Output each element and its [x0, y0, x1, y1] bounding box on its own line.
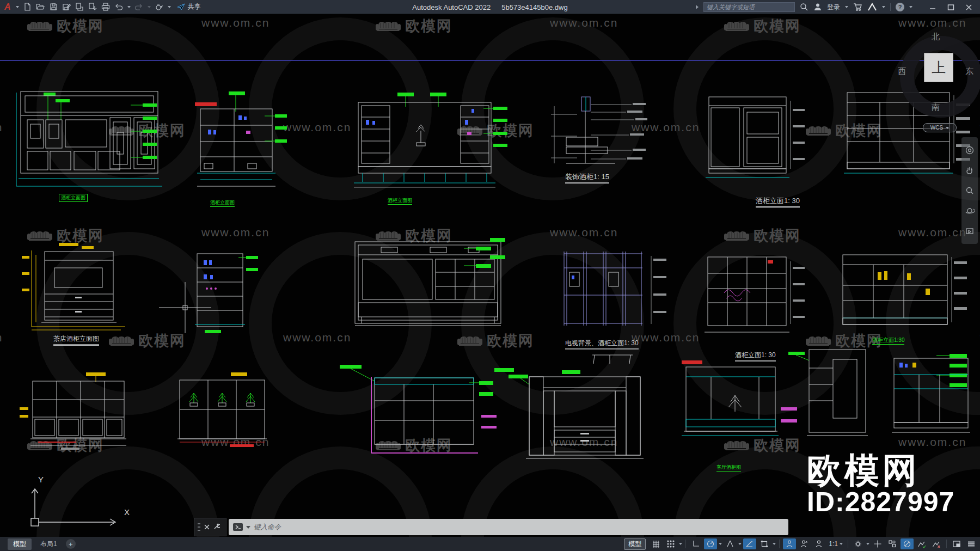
autodesk-logo-icon[interactable] — [867, 3, 877, 11]
graphics-warning-icon[interactable] — [930, 538, 943, 549]
save-icon[interactable] — [49, 2, 58, 11]
cad-elevation-7[interactable] — [22, 243, 125, 330]
cad-elevation-15[interactable] — [340, 365, 497, 453]
share-button[interactable]: 共享 — [177, 2, 201, 11]
autocad-app-menu-icon[interactable]: A — [3, 2, 12, 12]
compass-east[interactable]: 东 — [965, 66, 973, 77]
object-snap-tracking-toggle-icon[interactable] — [743, 538, 756, 549]
command-placeholder: 键入命令 — [254, 523, 281, 532]
qat-more-caret-icon[interactable] — [168, 6, 171, 8]
compass-north[interactable]: 北 — [932, 32, 940, 42]
model-space-canvas[interactable]: 欧模网www.om.cn欧模网www.om.cn欧模网www.om.cn欧模网w… — [0, 14, 980, 537]
cad-elevation-16[interactable] — [494, 368, 644, 458]
redo-caret-icon[interactable] — [148, 6, 151, 8]
showmotion-icon[interactable] — [965, 226, 975, 236]
maximize-button[interactable] — [947, 4, 954, 11]
undo-icon[interactable] — [114, 2, 124, 11]
tab-layout1[interactable]: 布局1 — [35, 538, 63, 550]
zoom-icon[interactable] — [965, 186, 975, 195]
polar-tracking-toggle-icon[interactable] — [704, 538, 717, 549]
isolate-objects-icon[interactable] — [886, 538, 899, 549]
login-caret-icon[interactable] — [845, 6, 848, 8]
user-icon[interactable] — [813, 3, 822, 11]
cad-elevation-3[interactable] — [354, 93, 507, 187]
cad-section-4[interactable] — [551, 97, 647, 163]
compass-west[interactable]: 西 — [898, 66, 906, 77]
pan-icon[interactable] — [965, 166, 975, 175]
snap-caret-icon[interactable] — [679, 543, 682, 545]
plot-icon[interactable] — [101, 2, 111, 11]
cad-elevation-8[interactable] — [195, 254, 258, 333]
cad-elevation-10[interactable] — [564, 252, 666, 326]
grid-toggle-icon[interactable] — [650, 538, 663, 549]
ortho-toggle-icon[interactable] — [689, 538, 702, 549]
new-layout-button[interactable]: + — [66, 539, 76, 549]
redo-icon[interactable] — [134, 2, 144, 11]
customization-menu-icon[interactable] — [965, 538, 978, 549]
cad-elevation-2[interactable] — [195, 91, 287, 186]
cad-elevation-17[interactable] — [682, 360, 797, 436]
help-icon[interactable]: ? — [896, 3, 904, 11]
search-expand-icon[interactable] — [696, 5, 699, 9]
app-menu-caret-icon[interactable] — [16, 6, 19, 8]
clean-screen-icon[interactable] — [950, 538, 963, 549]
titlebar-separator — [890, 3, 891, 11]
help-caret-icon[interactable] — [909, 6, 912, 8]
cad-elevation-12[interactable] — [843, 255, 967, 325]
cad-elevation-13[interactable] — [20, 372, 126, 450]
autocad-window: A 共享 Autodesk AutoCAD 2022 5b573e4145b0e… — [0, 0, 980, 551]
compass-south[interactable]: 南 — [932, 102, 940, 113]
open-from-web-icon[interactable] — [75, 2, 84, 11]
cad-elevation-19[interactable] — [892, 354, 970, 432]
orbit-icon[interactable] — [965, 206, 975, 216]
isodraft-caret-icon[interactable] — [738, 543, 742, 545]
titlebar-right-tools: 键入关键字或短语 登录 ? — [696, 0, 980, 14]
undo-caret-icon[interactable] — [127, 6, 131, 8]
open-file-icon[interactable] — [36, 2, 45, 11]
cad-elevation-11[interactable] — [705, 257, 805, 332]
viewcube-top-face[interactable]: 上 — [924, 53, 953, 82]
model-space-toggle[interactable]: 模型 — [624, 538, 646, 550]
nav-wheel-icon[interactable] — [965, 145, 975, 155]
palette-grip-icon[interactable] — [198, 523, 200, 531]
search-input[interactable]: 键入关键字或短语 — [703, 2, 795, 12]
login-button[interactable]: 登录 — [827, 3, 840, 12]
cad-elevation-9[interactable] — [355, 238, 505, 326]
cad-elevation-14[interactable] — [177, 372, 267, 447]
minimize-button[interactable] — [929, 4, 936, 11]
object-snap-toggle-icon[interactable] — [758, 538, 771, 549]
command-history-caret-icon[interactable] — [246, 526, 250, 529]
tab-model[interactable]: 模型 — [8, 538, 32, 550]
wcs-selector[interactable]: WCS — [923, 123, 957, 132]
autodesk-caret-icon[interactable] — [882, 6, 885, 8]
workspace-caret-icon[interactable] — [866, 543, 869, 545]
isodraft-toggle-icon[interactable] — [724, 538, 737, 549]
close-button[interactable] — [965, 4, 972, 11]
save-as-icon[interactable] — [62, 2, 71, 11]
wcs-label: WCS — [930, 125, 943, 131]
cad-elevation-18[interactable] — [788, 350, 868, 436]
upload-to-web-icon[interactable] — [88, 2, 97, 11]
object-snap-caret-icon[interactable] — [773, 543, 776, 545]
cad-table-sketch[interactable] — [592, 355, 633, 364]
annotation-scale-icon[interactable] — [812, 538, 825, 549]
graphics-performance-icon[interactable] — [915, 538, 928, 549]
annotation-visibility-icon[interactable] — [783, 538, 796, 549]
hardware-acceleration-icon[interactable] — [901, 538, 914, 549]
cad-elevation-5[interactable] — [706, 97, 805, 177]
crosshair-units-icon[interactable] — [871, 538, 884, 549]
search-icon[interactable] — [800, 3, 808, 11]
workspace-gear-icon[interactable] — [852, 538, 865, 549]
cart-icon[interactable] — [853, 3, 862, 11]
polar-caret-icon[interactable] — [719, 543, 722, 545]
autoscale-icon[interactable] — [798, 538, 811, 549]
annotation-scale-value[interactable]: 1:1 — [827, 540, 844, 548]
palette-close-icon[interactable] — [204, 522, 210, 532]
snap-toggle-icon[interactable] — [664, 538, 677, 549]
command-input[interactable]: 键入命令 — [229, 519, 788, 535]
render-icon[interactable] — [155, 2, 164, 11]
palette-customize-icon[interactable] — [213, 522, 220, 532]
command-palette-handle[interactable] — [194, 518, 226, 536]
cad-elevation-1[interactable] — [16, 91, 162, 186]
new-file-icon[interactable] — [23, 2, 32, 11]
